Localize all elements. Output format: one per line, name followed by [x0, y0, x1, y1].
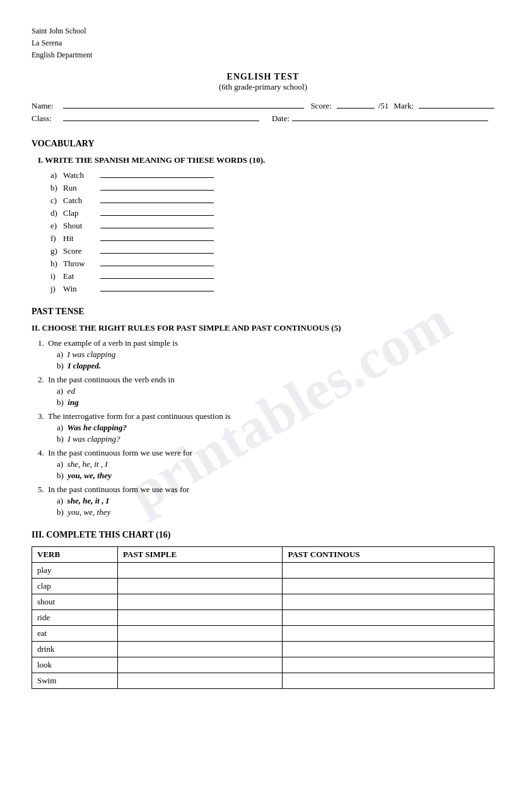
past-simple-cell[interactable]	[118, 594, 283, 609]
option: a) I was clapping	[57, 350, 494, 360]
verb-cell: eat	[32, 625, 118, 641]
past-continuous-cell[interactable]	[283, 594, 494, 609]
table-row: Swim	[32, 673, 494, 688]
col-verb: VERB	[32, 546, 118, 562]
list-item: i) Eat	[50, 271, 494, 281]
past-simple-cell[interactable]	[118, 609, 283, 625]
name-field[interactable]	[63, 108, 304, 109]
option: b) you, we, they	[57, 507, 494, 517]
score-label: Score:	[310, 101, 331, 111]
table-row: clap	[32, 578, 494, 594]
past-continuous-cell[interactable]	[283, 641, 494, 657]
vocabulary-section: I. WRITE THE SPANISH MEANING OF THESE WO…	[38, 155, 494, 294]
past-continuous-cell[interactable]	[283, 562, 494, 578]
verb-cell: Swim	[32, 673, 118, 688]
verb-cell: ride	[32, 609, 118, 625]
options-1: a) I was clapping b) I clapped.	[57, 350, 494, 371]
option: a) Was he clapping?	[57, 423, 494, 433]
past-continuous-cell[interactable]	[283, 673, 494, 688]
option: b) you, we, they	[57, 471, 494, 481]
verb-table: VERB PAST SIMPLE PAST CONTINOUS play cla…	[32, 546, 494, 689]
mark-field[interactable]	[419, 108, 494, 109]
school-city: La Serena	[32, 37, 494, 49]
list-item: f) Hit	[50, 233, 494, 244]
table-row: play	[32, 562, 494, 578]
list-item: b) Run	[50, 183, 494, 193]
col-past-simple: PAST SIMPLE	[118, 546, 283, 562]
past-simple-cell[interactable]	[118, 625, 283, 641]
mark-label: Mark:	[394, 101, 414, 111]
past-simple-cell[interactable]	[118, 641, 283, 657]
option: a) ed	[57, 386, 494, 396]
school-info: Saint John School La Serena English Depa…	[32, 25, 494, 62]
list-item: a) Watch	[50, 170, 494, 180]
past-simple-cell[interactable]	[118, 673, 283, 688]
date-field[interactable]	[292, 121, 488, 121]
school-name: Saint John School	[32, 25, 494, 37]
list-item: c) Catch	[50, 196, 494, 206]
col-past-continuous: PAST CONTINOUS	[283, 546, 494, 562]
option: a) she, he, it , I	[57, 496, 494, 506]
question-5: 5. In the past continuous form we use wa…	[38, 485, 494, 517]
verb-cell: clap	[32, 578, 118, 594]
table-row: look	[32, 657, 494, 673]
list-item: j) Win	[50, 284, 494, 294]
school-dept: English Department	[32, 49, 494, 61]
score-field[interactable]	[337, 108, 375, 109]
class-label: Class:	[32, 114, 63, 124]
table-header-row: VERB PAST SIMPLE PAST CONTINOUS	[32, 546, 494, 562]
vocab-instruction: I. WRITE THE SPANISH MEANING OF THESE WO…	[38, 155, 494, 165]
chart-section: III. COMPLETE THIS CHART (16) VERB PAST …	[32, 530, 494, 689]
past-tense-section: PAST TENSE II. CHOOSE THE RIGHT RULES FO…	[32, 307, 494, 517]
past-tense-instruction: II. CHOOSE THE RIGHT RULES FOR PAST SIMP…	[32, 323, 494, 333]
question-1: 1. One example of a verb in past simple …	[38, 338, 494, 371]
options-3: a) Was he clapping? b) I was clapping?	[57, 423, 494, 444]
past-continuous-cell[interactable]	[283, 625, 494, 641]
name-label: Name:	[32, 101, 63, 111]
past-simple-cell[interactable]	[118, 657, 283, 673]
table-body: play clap shout ride	[32, 562, 494, 688]
table-row: eat	[32, 625, 494, 641]
title-block: ENGLISH TEST (6th grade-primary school)	[32, 72, 494, 92]
past-simple-cell[interactable]	[118, 562, 283, 578]
verb-cell: play	[32, 562, 118, 578]
score-max: /51	[378, 101, 389, 111]
question-2: 2. In the past continuous the verb ends …	[38, 375, 494, 408]
vocab-list: a) Watch b) Run c) Catch d) Clap e)	[50, 170, 494, 294]
option: b) I was clapping?	[57, 434, 494, 444]
question-3: 3. The interrogative form for a past con…	[38, 411, 494, 444]
chart-heading: III. COMPLETE THIS CHART (16)	[32, 530, 494, 540]
list-item: h) Throw	[50, 259, 494, 269]
past-continuous-cell[interactable]	[283, 578, 494, 594]
list-item: e) Shout	[50, 221, 494, 231]
list-item: d) Clap	[50, 208, 494, 218]
options-4: a) she, he, it , I b) you, we, they	[57, 459, 494, 481]
main-title: ENGLISH TEST	[32, 72, 494, 82]
table-row: ride	[32, 609, 494, 625]
question-4: 4. In the past continuous form we use we…	[38, 448, 494, 481]
option: b) ing	[57, 397, 494, 408]
option: a) she, he, it , I	[57, 459, 494, 469]
verb-cell: look	[32, 657, 118, 673]
verb-cell: shout	[32, 594, 118, 609]
list-item: g) Score	[50, 246, 494, 256]
class-field[interactable]	[63, 121, 259, 121]
past-tense-questions: 1. One example of a verb in past simple …	[38, 338, 494, 517]
past-tense-heading: PAST TENSE	[32, 307, 494, 317]
past-simple-cell[interactable]	[118, 578, 283, 594]
option: b) I clapped.	[57, 361, 494, 371]
table-row: shout	[32, 594, 494, 609]
verb-cell: drink	[32, 641, 118, 657]
subtitle: (6th grade-primary school)	[32, 82, 494, 92]
name-row: Name: Score: /51 Mark:	[32, 101, 494, 111]
table-row: drink	[32, 641, 494, 657]
past-continuous-cell[interactable]	[283, 609, 494, 625]
past-continuous-cell[interactable]	[283, 657, 494, 673]
date-label: Date:	[272, 114, 289, 124]
vocabulary-heading: VOCABULARY	[32, 139, 494, 149]
class-row: Class: Date:	[32, 114, 494, 124]
options-2: a) ed b) ing	[57, 386, 494, 408]
options-5: a) she, he, it , I b) you, we, they	[57, 496, 494, 517]
